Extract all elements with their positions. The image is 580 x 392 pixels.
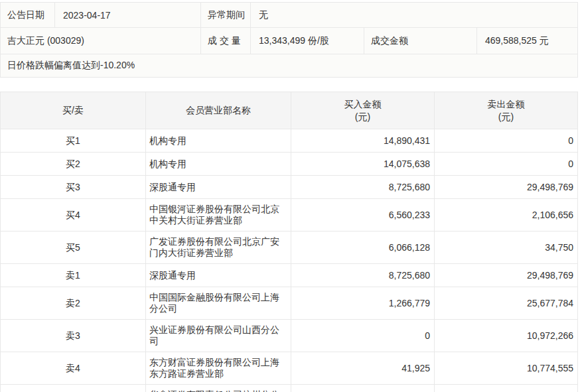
- buy-amount-cell: 8,725,680: [291, 264, 434, 287]
- volume-value: 13,343,499 份/股: [250, 28, 364, 54]
- rank-cell: 卖3: [1, 320, 145, 352]
- sell-amount-cell: 2,106,656: [434, 199, 577, 231]
- table-row: 卖4 东方财富证券股份有限公司上海东方路证券营业部 41,925 10,774,…: [1, 352, 577, 384]
- abnormal-period-label: 异常期间: [200, 3, 250, 27]
- sell-amount-cell: 0: [434, 153, 577, 175]
- sell-amount-cell: 29,498,769: [434, 264, 577, 287]
- trading-disclosure-page: 公告日期 2023-04-17 异常期间 无 吉大正元 (003029) 成 交…: [0, 0, 580, 392]
- turnover-value: 469,588,525 元: [476, 28, 577, 54]
- table-row: 卖2 中国国际金融股份有限公司上海分公司 1,266,779 25,677,78…: [1, 287, 577, 319]
- buy-amount-cell: 14,890,431: [291, 129, 434, 152]
- branch-cell: 华鑫证券有限责任公司杭州分公司: [145, 385, 291, 392]
- col-header-sell: 卖出金额 (元): [434, 92, 577, 129]
- sell-amount-cell: 0: [434, 129, 577, 152]
- table-row: 买4 中国银河证券股份有限公司北京中关村大街证券营业部 6,560,233 2,…: [1, 198, 577, 231]
- col-header-side: 买/卖: [1, 92, 145, 129]
- table-row: 买5 广发证券股份有限公司北京广安门内大街证券营业部 6,066,128 34,…: [1, 231, 577, 263]
- buy-amount-cell: 14,075,638: [291, 153, 434, 175]
- sell-amount-cell: 10,972,266: [434, 320, 577, 352]
- rank-cell: 卖1: [1, 264, 145, 287]
- broker-table: 买/卖 会员营业部名称 买入金额 (元) 卖出金额 (元) 买1 机构专用 14…: [0, 92, 578, 392]
- table-row: 买2 机构专用 14,075,638 0: [1, 152, 577, 175]
- branch-cell: 东方财富证券股份有限公司上海东方路证券营业部: [145, 352, 291, 384]
- buy-amount-cell: 8,725,680: [291, 176, 434, 198]
- col-header-branch: 会员营业部名称: [145, 92, 291, 129]
- table-row: 卖5 华鑫证券有限责任公司杭州分公司 0 10,019,532: [1, 384, 577, 392]
- rank-cell: 买1: [1, 129, 145, 152]
- branch-cell: 深股通专用: [145, 176, 291, 198]
- sell-amount-cell: 29,498,769: [434, 176, 577, 198]
- abnormal-period-value: 无: [250, 3, 577, 27]
- col-header-sell-unit: (元): [488, 111, 525, 123]
- announce-date-value: 2023-04-17: [54, 3, 200, 27]
- sell-amount-cell: 34,750: [434, 231, 577, 263]
- col-header-buy-title: 买入金额: [344, 98, 382, 111]
- sell-amount-cell: 10,019,532: [434, 385, 577, 392]
- table-row: 买3 深股通专用 8,725,680 29,498,769: [1, 175, 577, 198]
- buy-amount-cell: 41,925: [291, 352, 434, 384]
- turnover-label: 成交金额: [364, 28, 476, 54]
- sell-amount-cell: 25,677,784: [434, 287, 577, 319]
- buy-amount-cell: 0: [291, 320, 434, 352]
- summary-panel: 公告日期 2023-04-17 异常期间 无 吉大正元 (003029) 成 交…: [0, 2, 578, 78]
- deviation-note: 日价格跌幅偏离值达到-10.20%: [1, 54, 577, 77]
- buy-amount-cell: 6,066,128: [291, 231, 434, 263]
- buy-amount-cell: 6,560,233: [291, 199, 434, 231]
- summary-row-deviation: 日价格跌幅偏离值达到-10.20%: [1, 54, 577, 77]
- branch-cell: 中国国际金融股份有限公司上海分公司: [145, 287, 291, 319]
- summary-row-date: 公告日期 2023-04-17 异常期间 无: [1, 3, 577, 27]
- table-row: 卖3 兴业证券股份有限公司山西分公司 0 10,972,266: [1, 319, 577, 352]
- stock-name: 吉大正元 (003029): [1, 28, 200, 54]
- volume-label: 成 交 量: [200, 28, 250, 54]
- rank-cell: 买3: [1, 176, 145, 198]
- branch-cell: 兴业证券股份有限公司山西分公司: [145, 320, 291, 352]
- col-header-buy: 买入金额 (元): [291, 92, 434, 129]
- branch-cell: 机构专用: [145, 153, 291, 175]
- summary-row-volume: 吉大正元 (003029) 成 交 量 13,343,499 份/股 成交金额 …: [1, 27, 577, 54]
- table-row: 买1 机构专用 14,890,431 0: [1, 129, 577, 152]
- rank-cell: 卖2: [1, 287, 145, 319]
- sell-amount-cell: 10,774,555: [434, 352, 577, 384]
- buy-amount-cell: 1,266,779: [291, 287, 434, 319]
- table-header-row: 买/卖 会员营业部名称 买入金额 (元) 卖出金额 (元): [1, 92, 577, 129]
- rank-cell: 卖4: [1, 352, 145, 384]
- branch-cell: 广发证券股份有限公司北京广安门内大街证券营业部: [145, 231, 291, 263]
- rank-cell: 买4: [1, 199, 145, 231]
- branch-cell: 深股通专用: [145, 264, 291, 287]
- buy-amount-cell: 0: [291, 385, 434, 392]
- branch-cell: 中国银河证券股份有限公司北京中关村大街证券营业部: [145, 199, 291, 231]
- rank-cell: 买5: [1, 231, 145, 263]
- rank-cell: 卖5: [1, 385, 145, 392]
- branch-cell: 机构专用: [145, 129, 291, 152]
- col-header-buy-unit: (元): [344, 111, 382, 123]
- rank-cell: 买2: [1, 153, 145, 175]
- announce-date-label: 公告日期: [1, 3, 54, 27]
- col-header-sell-title: 卖出金额: [488, 98, 525, 111]
- table-row: 卖1 深股通专用 8,725,680 29,498,769: [1, 263, 577, 287]
